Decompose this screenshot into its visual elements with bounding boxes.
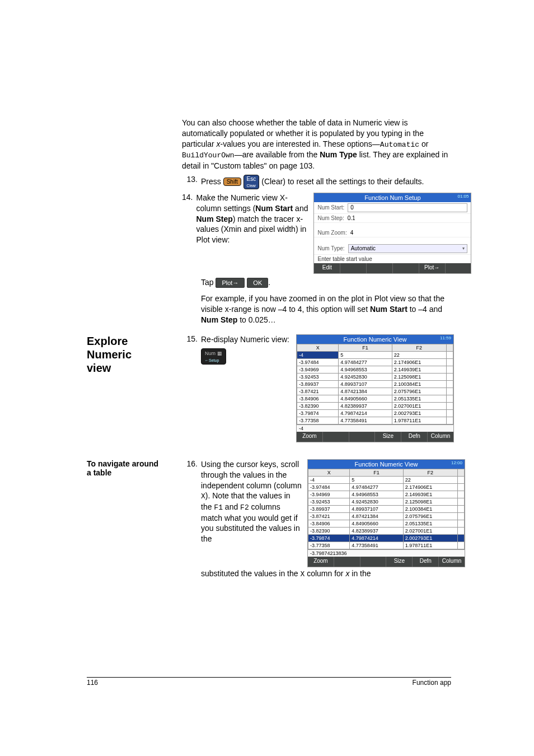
step-15: 15. Re-display Numeric view: Num ▦ ←Setu… (182, 334, 454, 442)
plot-softbutton: Plot→ (216, 278, 245, 288)
esc-clear-key-icon: EscClear (243, 175, 260, 189)
numeric-table-2: X F1 F2 -4522-3.974844.974842772.174906E… (308, 469, 465, 549)
table-row: -3.974844.974842772.174906E1 (308, 483, 465, 491)
table-row: -3.949694.949685532.149939E1 (308, 491, 465, 498)
step-13: 13. Press Shift EscClear (Clear) to rese… (182, 175, 451, 189)
step-number: 13. (182, 175, 198, 184)
table-row: -3.798744.798742142.002793E1 (297, 409, 453, 417)
table-row: -3.849064.849056602.051335E1 (297, 395, 453, 402)
table-row: -3.924534.924528302.125098E1 (297, 373, 453, 380)
step-14: 14. Make the Numeric view X-column setti… (182, 193, 451, 274)
softkey-column: Column (439, 557, 465, 567)
table-row: -3.773584.773584911.978711E1 (308, 542, 465, 549)
table-row: -3.823904.823899372.027001E1 (308, 527, 465, 534)
softkey-plot: Plot→ (419, 263, 446, 273)
table-row: -4522 (297, 351, 453, 358)
step-number: 16. (182, 459, 198, 468)
numeric-table-1: X F1 F2 -4522-3.974844.974842772.174906E… (297, 344, 453, 424)
table-row: -3.924534.924528302.125098E1 (308, 498, 465, 505)
function-num-setup-screenshot: Function Num Setup01:05 Num Start: 0 Num… (313, 193, 471, 274)
num-start-field: 0 (348, 203, 467, 212)
num-setup-key-icon: Num ▦ ←Setup (201, 348, 226, 365)
ok-softbutton: OK (247, 278, 268, 288)
softkey-size: Size (375, 432, 401, 442)
side-heading-explore: Explore Numeric view (87, 334, 182, 375)
table-row: -3.773584.773584911.978711E1 (297, 417, 453, 424)
table-row: -3.974844.974842772.174906E1 (297, 358, 453, 366)
softkey-column: Column (428, 432, 453, 442)
step-number: 14. (182, 193, 193, 202)
softkey-defn: Defn (413, 557, 439, 567)
shift-key-icon: Shift (223, 178, 241, 186)
step-14-example: For example, if you have zoomed in on th… (201, 293, 451, 325)
intro-para: You can also choose whether the table of… (182, 118, 451, 171)
table-row: -3.849064.849056602.051335E1 (308, 520, 465, 527)
table-row: -4522 (308, 476, 465, 483)
footer-title: Function app (413, 679, 451, 687)
num-type-dropdown: Automatic (348, 244, 468, 253)
numeric-view-screenshot-2: Function Numeric View12:00 X F1 F2 (307, 459, 465, 567)
softkey-zoom: Zoom (297, 432, 323, 442)
softkey-size: Size (386, 557, 413, 567)
table-row: -3.798744.798742142.002793E1 (308, 534, 465, 542)
softkey-edit: Edit (314, 263, 340, 273)
table-row: -3.874214.874213842.075796E1 (297, 388, 453, 395)
table-row: -3.874214.874213842.075796E1 (308, 512, 465, 520)
softkey-zoom: Zoom (308, 557, 334, 567)
step-number: 15. (182, 334, 198, 343)
step-16: 16. Using the cursor keys, scroll throug… (182, 459, 465, 583)
numeric-view-screenshot-1: Function Numeric View11:59 X F1 F2 (296, 334, 454, 442)
page-footer: 116 Function app (87, 677, 451, 687)
table-row: -3.949694.949685532.149939E1 (297, 366, 453, 373)
table-row: -3.899374.899371072.100384E1 (308, 505, 465, 512)
page-number: 116 (87, 679, 98, 687)
table-row: -3.823904.823899372.027001E1 (297, 402, 453, 409)
side-heading-navigate: To navigate around a table (87, 459, 182, 477)
table-row: -3.899374.899371072.100384E1 (297, 380, 453, 388)
softkey-defn: Defn (401, 432, 428, 442)
